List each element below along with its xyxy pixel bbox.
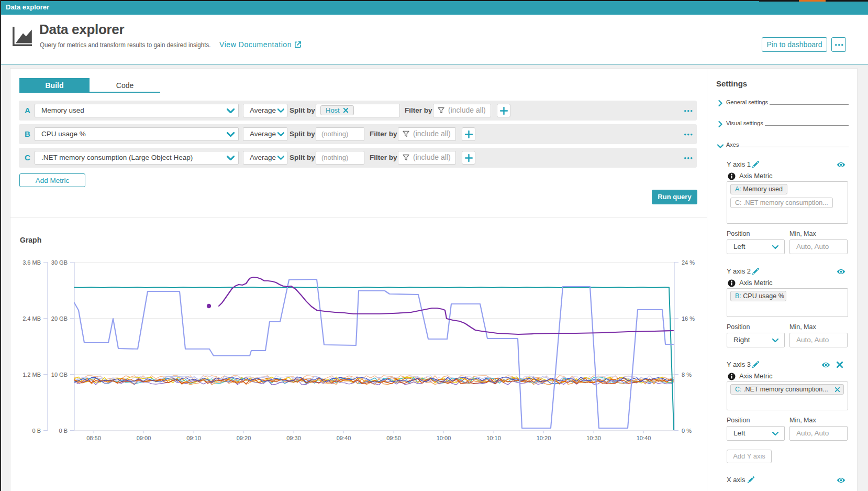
svg-text:09:30: 09:30 (286, 435, 301, 441)
svg-text:09:10: 09:10 (186, 435, 201, 441)
svg-text:30 GB: 30 GB (51, 259, 68, 266)
svg-text:09:40: 09:40 (337, 435, 351, 441)
svg-text:10 GB: 10 GB (51, 372, 68, 378)
svg-text:2.4 MB: 2.4 MB (23, 315, 41, 322)
svg-text:10:10: 10:10 (486, 435, 501, 441)
svg-text:09:50: 09:50 (386, 435, 401, 441)
svg-text:09:20: 09:20 (237, 435, 251, 441)
svg-text:0 B: 0 B (59, 428, 68, 434)
svg-text:10:40: 10:40 (637, 435, 651, 441)
svg-text:10:20: 10:20 (537, 435, 551, 441)
svg-text:08:50: 08:50 (86, 435, 101, 441)
svg-text:20 GB: 20 GB (51, 315, 68, 322)
svg-text:09:00: 09:00 (137, 435, 151, 441)
svg-text:3.6 MB: 3.6 MB (23, 259, 41, 266)
svg-text:24 %: 24 % (682, 259, 695, 266)
svg-text:16 %: 16 % (682, 315, 695, 322)
svg-text:10:30: 10:30 (586, 435, 601, 441)
svg-text:0 %: 0 % (682, 428, 692, 434)
svg-text:0 B: 0 B (32, 428, 41, 434)
svg-text:1.2 MB: 1.2 MB (23, 372, 41, 378)
svg-text:8 %: 8 % (682, 372, 692, 378)
svg-text:10:00: 10:00 (437, 435, 451, 441)
